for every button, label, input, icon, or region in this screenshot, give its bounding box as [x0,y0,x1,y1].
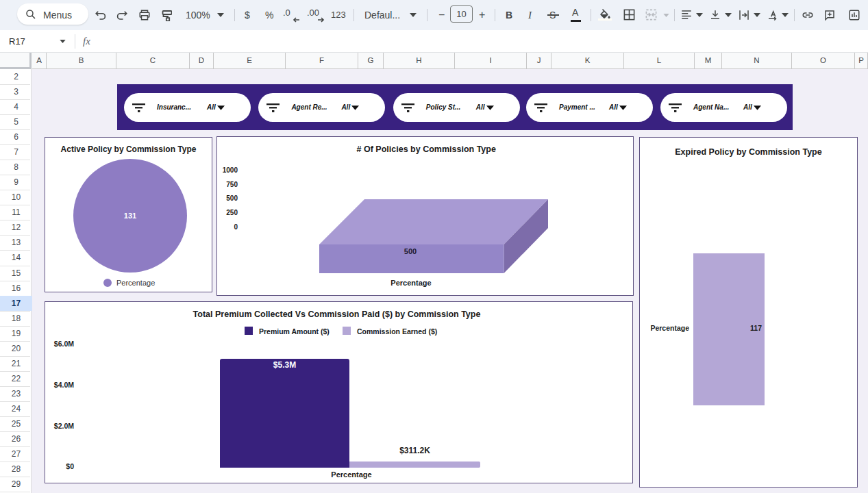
svg-text:500: 500 [404,247,417,255]
svg-text:131: 131 [124,212,136,220]
